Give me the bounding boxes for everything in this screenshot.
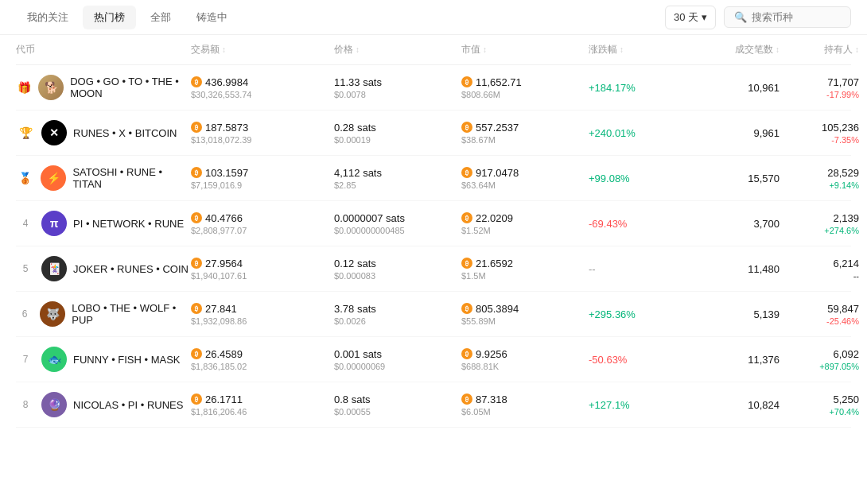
trades-cell: 11,480 [684, 263, 780, 275]
sort-holders-icon[interactable]: ↕ [855, 45, 859, 54]
price-cell: 3.78 sats $0.0026 [334, 303, 461, 326]
change-value: -50.63% [589, 354, 627, 366]
holders-cell: 71,707 -17.99% [780, 76, 859, 99]
btc-icon-mktcap: ₿ [461, 212, 472, 223]
mktcap-cell: ₿ 21.6592 $1.5M [461, 258, 589, 281]
coin-cell: 8 🔮 NICOLAS • PI • RUNES [16, 392, 191, 417]
holders-cell: 59,847 -25.46% [780, 303, 859, 326]
header-mktcap: 市值 ↕ [461, 43, 589, 56]
price-sats: 0.8 sats [334, 394, 461, 405]
coin-cell: 6 🐺 LOBO • THE • WOLF • PUP [16, 301, 191, 327]
change-cell: +240.01% [589, 127, 684, 139]
mktcap-main: ₿ 21.6592 [461, 258, 589, 269]
search-input[interactable] [752, 11, 841, 23]
sort-price-icon[interactable]: ↕ [356, 45, 360, 54]
volume-btc: 40.4766 [205, 212, 243, 224]
coin-logo: 🐟 [41, 347, 67, 372]
coin-logo: ✕ [41, 120, 67, 145]
price-sats: 0.001 sats [334, 348, 461, 360]
sort-change-icon[interactable]: ↕ [620, 45, 624, 54]
nav-right-controls: 30 天 ▾ 🔍 [665, 6, 851, 29]
change-cell: -- [589, 263, 684, 275]
btc-icon-mktcap: ₿ [461, 122, 472, 133]
price-usd: $0.000083 [334, 271, 461, 281]
table-row[interactable]: 🏆 ✕ RUNES • X • BITCOIN ₿ 187.5873 $13,0… [16, 110, 851, 156]
holders-cell: 6,092 +897.05% [780, 348, 859, 371]
chevron-down-icon: ▾ [702, 11, 707, 23]
search-box: 🔍 [724, 6, 851, 28]
change-cell: -50.63% [589, 354, 684, 366]
sort-volume-icon[interactable]: ↕ [222, 45, 226, 54]
trades-cell: 15,570 [684, 173, 780, 184]
trades-value: 10,824 [748, 399, 780, 411]
header-trades: 成交笔数 ↕ [684, 43, 780, 56]
mktcap-cell: ₿ 917.0478 $63.64M [461, 167, 589, 190]
btc-icon-mktcap: ₿ [461, 303, 472, 314]
trades-cell: 5,139 [684, 308, 780, 320]
holders-main: 5,250 [780, 394, 859, 405]
btc-icon-mktcap: ₿ [461, 258, 472, 269]
change-value: -- [589, 263, 596, 275]
table-row[interactable]: 5 🃏 JOKER • RUNES • COIN ₿ 27.9564 $1,94… [16, 246, 851, 292]
btc-icon: ₿ [191, 122, 202, 133]
price-cell: 0.0000007 sats $0.000000000485 [334, 212, 461, 235]
table-row[interactable]: 🎁 🐕 DOG • GO • TO • THE • MOON ₿ 436.998… [16, 65, 851, 110]
volume-cell: ₿ 26.4589 $1,836,185.02 [191, 348, 334, 371]
price-usd: $0.00055 [334, 407, 461, 417]
price-sats: 4,112 sats [334, 167, 461, 179]
coin-logo: 🐕 [38, 75, 64, 100]
period-selector[interactable]: 30 天 ▾ [665, 6, 716, 29]
tab-hot[interactable]: 热门榜 [83, 6, 136, 29]
tab-all[interactable]: 全部 [139, 6, 182, 29]
header-coin: 代币 [16, 43, 191, 56]
table-row[interactable]: 7 🐟 FUNNY • FISH • MASK ₿ 26.4589 $1,836… [16, 337, 851, 382]
table-row[interactable]: 4 π PI • NETWORK • RUNE ₿ 40.4766 $2,808… [16, 201, 851, 246]
rank-number: 4 [16, 218, 35, 229]
trades-value: 11,376 [748, 354, 780, 366]
mktcap-cell: ₿ 22.0209 $1.52M [461, 212, 589, 235]
mktcap-main: ₿ 805.3894 [461, 303, 589, 315]
coin-name: SATOSHI • RUNE • TITAN [72, 166, 191, 190]
volume-cell: ₿ 187.5873 $13,018,072.39 [191, 122, 334, 145]
price-usd: $2.85 [334, 180, 461, 190]
coin-name: LOBO • THE • WOLF • PUP [72, 302, 191, 326]
coin-logo: 🔮 [41, 392, 67, 417]
price-sats: 0.12 sats [334, 258, 461, 269]
coin-cell: 🏆 ✕ RUNES • X • BITCOIN [16, 120, 191, 145]
holders-cell: 105,236 -7.35% [780, 122, 859, 145]
mktcap-main: ₿ 22.0209 [461, 212, 589, 224]
sort-mktcap-icon[interactable]: ↕ [483, 45, 487, 54]
holders-sub: -7.35% [780, 135, 859, 145]
holders-main: 59,847 [780, 303, 859, 315]
tab-minting[interactable]: 铸造中 [185, 6, 239, 29]
trades-cell: 11,376 [684, 354, 780, 366]
trades-value: 10,961 [748, 82, 780, 94]
price-usd: $0.000000000485 [334, 226, 461, 235]
volume-cell: ₿ 27.841 $1,932,098.86 [191, 303, 334, 326]
table-row[interactable]: 8 🔮 NICOLAS • PI • RUNES ₿ 26.1711 $1,81… [16, 382, 851, 428]
mktcap-btc: 9.9256 [476, 348, 507, 360]
volume-main: ₿ 26.1711 [191, 394, 334, 405]
volume-usd: $2,808,977.07 [191, 226, 334, 235]
table-row[interactable]: 🥉 ⚡ SATOSHI • RUNE • TITAN ₿ 103.1597 $7… [16, 156, 851, 201]
mktcap-btc: 87.318 [476, 394, 507, 405]
rank-number: 8 [16, 399, 35, 410]
holders-main: 2,139 [780, 212, 859, 224]
holders-main: 71,707 [780, 76, 859, 88]
mktcap-btc: 11,652.71 [476, 76, 522, 88]
mktcap-cell: ₿ 11,652.71 $808.66M [461, 76, 589, 99]
holders-cell: 28,529 +9.14% [780, 167, 859, 190]
holders-sub: -- [780, 271, 859, 281]
header-volume: 交易额 ↕ [191, 43, 334, 56]
trades-cell: 10,961 [684, 82, 780, 94]
holders-sub: +9.14% [780, 180, 859, 190]
table-row[interactable]: 6 🐺 LOBO • THE • WOLF • PUP ₿ 27.841 $1,… [16, 292, 851, 337]
mktcap-main: ₿ 557.2537 [461, 122, 589, 134]
holders-sub: -25.46% [780, 316, 859, 326]
rank-number: 5 [16, 263, 35, 274]
change-cell: +99.08% [589, 173, 684, 184]
holders-main: 28,529 [780, 167, 859, 179]
holders-main: 105,236 [780, 122, 859, 134]
tab-watchlist[interactable]: 我的关注 [16, 6, 80, 29]
coin-name: NICOLAS • PI • RUNES [73, 399, 183, 411]
